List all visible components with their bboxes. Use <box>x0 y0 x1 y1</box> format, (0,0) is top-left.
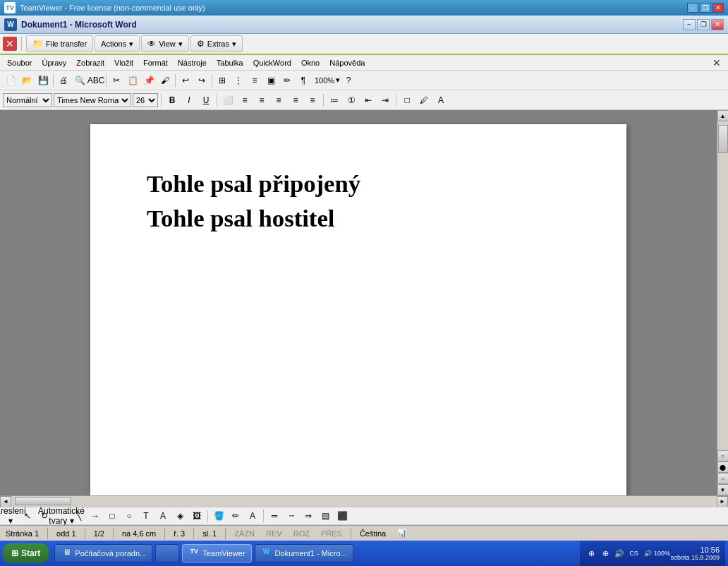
border-button[interactable]: □ <box>399 92 415 108</box>
word-minimize-button[interactable]: − <box>683 19 696 30</box>
spelling-button[interactable]: ABC <box>88 73 104 88</box>
paste-button[interactable]: 📌 <box>141 73 157 88</box>
arrow-tool-button[interactable]: → <box>87 508 103 524</box>
scroll-page-up-button[interactable]: ○ <box>717 450 729 462</box>
copy-button[interactable]: 📋 <box>125 73 140 88</box>
actions-button[interactable]: Actions ▾ <box>95 35 140 52</box>
clipart-button[interactable]: 🖼 <box>189 508 205 524</box>
align-special1[interactable]: ≡ <box>288 92 303 108</box>
font-color-draw-button[interactable]: A <box>245 508 260 524</box>
insert-rows-button[interactable]: ≡ <box>247 73 262 88</box>
justify-button[interactable]: ≡ <box>271 92 286 108</box>
draw-menu-button[interactable]: Kreslení ▾ <box>3 508 18 524</box>
menu-okno[interactable]: Okno <box>297 57 324 68</box>
menu-nastroje[interactable]: Nástroje <box>174 57 211 68</box>
bold-button[interactable]: B <box>164 92 180 108</box>
show-hide-button[interactable]: ¶ <box>296 73 311 88</box>
tv-close-button[interactable]: ✕ <box>712 3 724 13</box>
shadow-button[interactable]: ▤ <box>317 508 333 524</box>
3d-button[interactable]: ⬛ <box>334 508 350 524</box>
align-right-button[interactable]: ≡ <box>254 92 269 108</box>
line-style-button[interactable]: ═ <box>267 508 282 524</box>
arrow-style-button[interactable]: ⇒ <box>301 508 316 524</box>
diagram-button[interactable]: ◈ <box>172 508 188 524</box>
insert-columns-button[interactable]: ⋮ <box>231 73 246 88</box>
menu-vlozit[interactable]: Vložit <box>110 57 138 68</box>
align-special2[interactable]: ≡ <box>305 92 320 108</box>
taskbar-item-word[interactable]: W Dokument1 - Micro... <box>255 544 353 562</box>
line-color-button[interactable]: ✏ <box>228 508 243 524</box>
highlight-button[interactable]: 🖊 <box>416 92 432 108</box>
menu-napoveda[interactable]: Nápověda <box>325 57 369 68</box>
font-selector[interactable]: Times New Roman <box>54 93 131 107</box>
select-tool-button[interactable]: ↖ <box>20 508 35 524</box>
print-button[interactable]: 🖨 <box>56 73 71 88</box>
open-button[interactable]: 📂 <box>19 73 35 88</box>
tv-restore-button[interactable]: ❐ <box>700 3 711 13</box>
taskbar-item-empty[interactable] <box>155 544 179 562</box>
decrease-indent-button[interactable]: ⇤ <box>360 92 376 108</box>
wordart-button[interactable]: A <box>155 508 171 524</box>
style-selector[interactable]: Normální <box>3 93 52 107</box>
extras-button[interactable]: ⚙ Extras ▾ <box>190 35 243 52</box>
textbox-tool-button[interactable]: T <box>138 508 154 524</box>
increase-indent-button[interactable]: ⇥ <box>377 92 393 108</box>
tv-window-controls: − ❐ ✕ <box>687 3 724 13</box>
taskbar-item-computer[interactable]: 🖥 Počítačová poradn... <box>54 544 152 562</box>
underline-button[interactable]: U <box>198 92 214 108</box>
help-button[interactable]: ? <box>341 73 356 88</box>
scroll-select-button[interactable]: ⬤ <box>717 462 729 473</box>
new-document-button[interactable]: 📄 <box>3 73 18 88</box>
undo-button[interactable]: ↩ <box>178 73 193 88</box>
menu-soubor[interactable]: Soubor <box>3 57 36 68</box>
drawing-button[interactable]: ✏ <box>279 73 295 88</box>
bullets-button[interactable]: ≔ <box>327 92 342 108</box>
scroll-track[interactable] <box>717 121 728 450</box>
document-container[interactable]: Tohle psal připojený Tohle psal hostitel <box>0 110 717 495</box>
word-page[interactable]: Tohle psal připojený Tohle psal hostitel <box>90 124 626 495</box>
fill-color-button[interactable]: 🪣 <box>211 508 226 524</box>
start-button[interactable]: ⊞ Start <box>3 543 49 563</box>
numbering-button[interactable]: ① <box>344 92 359 108</box>
word-restore-button[interactable]: ❐ <box>697 19 710 30</box>
line-tool-button[interactable]: ╲ <box>71 508 86 524</box>
align-left-button[interactable]: ⬜ <box>220 92 236 108</box>
print-preview-button[interactable]: 🔍 <box>72 73 87 88</box>
menu-upravy[interactable]: Úpravy <box>37 57 71 68</box>
tv-disconnect-button[interactable]: ✕ <box>3 37 17 51</box>
auto-shapes-button[interactable]: Automatické tvary ▾ <box>54 508 69 524</box>
scroll-h-track[interactable] <box>11 496 717 507</box>
font-size-selector[interactable]: 26 <box>133 93 158 107</box>
italic-button[interactable]: I <box>181 92 197 108</box>
redo-button[interactable]: ↪ <box>194 73 210 88</box>
dash-style-button[interactable]: ╌ <box>284 508 299 524</box>
menu-tabulka[interactable]: Tabulka <box>212 57 248 68</box>
cut-button[interactable]: ✂ <box>109 73 124 88</box>
taskbar-item-teamviewer[interactable]: TV TeamViewer <box>182 544 251 562</box>
save-button[interactable]: 💾 <box>35 73 51 88</box>
view-dropdown-icon: ▾ <box>178 40 183 49</box>
word-doc-close-button[interactable]: ✕ <box>708 57 725 68</box>
oval-tool-button[interactable]: ○ <box>121 508 137 524</box>
horizontal-scrollbar[interactable]: ◄ ► <box>0 495 728 507</box>
scroll-thumb[interactable] <box>718 125 728 153</box>
scroll-up-button[interactable]: ▲ <box>717 110 729 121</box>
rect-tool-button[interactable]: □ <box>104 508 120 524</box>
vertical-scrollbar[interactable]: ▲ ○ ⬤ ○ ▼ <box>717 110 728 495</box>
menu-quickword[interactable]: QuickWord <box>249 57 296 68</box>
scroll-right-button[interactable]: ► <box>717 496 728 507</box>
format-painter-button[interactable]: 🖌 <box>157 73 173 88</box>
scroll-page-down-button[interactable]: ○ <box>717 473 729 484</box>
font-color-button[interactable]: A <box>433 92 449 108</box>
word-close-button[interactable]: ✕ <box>711 19 724 30</box>
menu-zobrazit[interactable]: Zobrazit <box>72 57 109 68</box>
tv-minimize-button[interactable]: − <box>687 3 698 13</box>
insert-table-button[interactable]: ⊞ <box>214 73 230 88</box>
view-button[interactable]: 👁 View ▾ <box>141 35 189 52</box>
scroll-down-button[interactable]: ▼ <box>717 484 729 495</box>
insert-frame-button[interactable]: ▣ <box>263 73 279 88</box>
menu-format[interactable]: Formát <box>139 57 172 68</box>
scroll-h-thumb[interactable] <box>15 497 71 505</box>
align-center-button[interactable]: ≡ <box>237 92 253 108</box>
file-transfer-button[interactable]: 📁 File transfer <box>26 35 93 52</box>
